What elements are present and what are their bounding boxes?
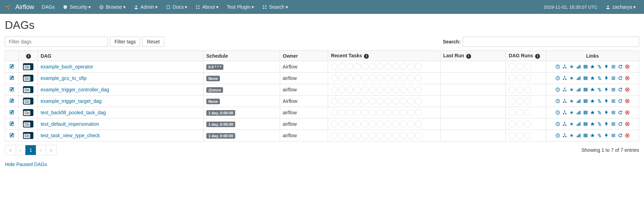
refresh-icon[interactable]: [618, 64, 623, 69]
trigger-dag-icon[interactable]: [555, 76, 560, 81]
filter-tags-button[interactable]: Filter tags: [110, 36, 140, 47]
trigger-dag-icon[interactable]: [555, 99, 560, 104]
code-icon[interactable]: [604, 87, 609, 92]
dag-link[interactable]: test_backfill_pooled_task_dag: [41, 110, 106, 115]
schedule-badge[interactable]: None: [206, 99, 220, 104]
nav-about[interactable]: About▾: [191, 0, 223, 14]
refresh-icon[interactable]: [618, 122, 623, 126]
task-duration-icon[interactable]: [576, 99, 581, 104]
col-owner[interactable]: Owner: [280, 51, 328, 61]
task-tries-icon[interactable]: [583, 133, 588, 138]
refresh-icon[interactable]: [618, 133, 623, 138]
nav-admin[interactable]: Admin▾: [130, 0, 162, 14]
code-icon[interactable]: [604, 76, 609, 81]
nav-search[interactable]: Search▾: [258, 0, 292, 14]
dag-toggle[interactable]: On: [23, 75, 33, 82]
trigger-dag-icon[interactable]: [555, 133, 560, 138]
logs-icon[interactable]: [611, 133, 616, 138]
task-tries-icon[interactable]: [583, 122, 588, 126]
refresh-icon[interactable]: [618, 87, 623, 92]
gantt-icon[interactable]: [597, 76, 602, 81]
landing-times-icon[interactable]: [590, 76, 595, 81]
delete-icon[interactable]: [625, 76, 630, 81]
task-tries-icon[interactable]: [583, 87, 588, 92]
schedule-badge[interactable]: 1 day, 0:00:00: [206, 133, 235, 139]
edit-icon[interactable]: [9, 64, 14, 70]
logs-icon[interactable]: [611, 87, 616, 92]
gantt-icon[interactable]: [597, 122, 602, 126]
page-last[interactable]: »: [46, 145, 56, 155]
trigger-dag-icon[interactable]: [555, 122, 560, 126]
tree-view-icon[interactable]: [562, 133, 567, 138]
search-input[interactable]: [463, 36, 639, 47]
graph-view-icon[interactable]: [569, 64, 574, 69]
edit-icon[interactable]: [9, 122, 14, 127]
delete-icon[interactable]: [625, 133, 630, 138]
filter-dags-input[interactable]: [5, 36, 108, 47]
delete-icon[interactable]: [625, 99, 630, 104]
logs-icon[interactable]: [611, 99, 616, 104]
code-icon[interactable]: [604, 122, 609, 126]
logs-icon[interactable]: [611, 110, 616, 115]
dag-link[interactable]: example_trigger_controller_dag: [41, 87, 109, 92]
hide-paused-link[interactable]: Hide Paused DAGs: [5, 162, 47, 167]
trigger-dag-icon[interactable]: [555, 64, 560, 69]
graph-view-icon[interactable]: [569, 122, 574, 126]
graph-view-icon[interactable]: [569, 99, 574, 104]
task-duration-icon[interactable]: [576, 64, 581, 69]
edit-icon[interactable]: [9, 87, 14, 93]
graph-view-icon[interactable]: [569, 110, 574, 115]
edit-icon[interactable]: [9, 99, 14, 104]
task-duration-icon[interactable]: [576, 87, 581, 92]
dag-link[interactable]: test_task_view_type_check: [41, 133, 100, 138]
code-icon[interactable]: [604, 99, 609, 104]
graph-view-icon[interactable]: [569, 87, 574, 92]
refresh-icon[interactable]: [618, 110, 623, 115]
refresh-icon[interactable]: [618, 99, 623, 104]
nav-browse[interactable]: Browse▾: [95, 0, 130, 14]
delete-icon[interactable]: [625, 110, 630, 115]
logs-icon[interactable]: [611, 64, 616, 69]
task-duration-icon[interactable]: [576, 133, 581, 138]
dag-toggle[interactable]: On: [23, 98, 33, 105]
dag-toggle[interactable]: On: [23, 63, 33, 70]
dag-toggle[interactable]: On: [23, 86, 33, 93]
landing-times-icon[interactable]: [590, 87, 595, 92]
landing-times-icon[interactable]: [590, 122, 595, 126]
task-tries-icon[interactable]: [583, 110, 588, 115]
delete-icon[interactable]: [625, 122, 630, 126]
schedule-badge[interactable]: 1 day, 0:00:00: [206, 122, 235, 127]
dag-link[interactable]: test_default_impersonation: [41, 121, 99, 127]
col-dag[interactable]: DAG: [38, 51, 203, 61]
landing-times-icon[interactable]: [590, 99, 595, 104]
dag-toggle[interactable]: On: [23, 132, 33, 139]
schedule-badge[interactable]: 0 0 * * *: [206, 64, 223, 70]
delete-icon[interactable]: [625, 64, 630, 69]
tree-view-icon[interactable]: [562, 87, 567, 92]
logs-icon[interactable]: [611, 122, 616, 126]
code-icon[interactable]: [604, 64, 609, 69]
tree-view-icon[interactable]: [562, 122, 567, 126]
tree-view-icon[interactable]: [562, 76, 567, 81]
edit-icon[interactable]: [9, 76, 14, 81]
tree-view-icon[interactable]: [562, 64, 567, 69]
task-duration-icon[interactable]: [576, 110, 581, 115]
nav-user[interactable]: zacharya▾: [602, 0, 640, 14]
refresh-icon[interactable]: [618, 76, 623, 81]
task-tries-icon[interactable]: [583, 99, 588, 104]
nav-security[interactable]: Security▾: [59, 0, 95, 14]
dag-link[interactable]: example_trigger_target_dag: [41, 98, 102, 104]
col-last-run[interactable]: Last Run i: [440, 51, 506, 61]
landing-times-icon[interactable]: [590, 110, 595, 115]
dag-toggle[interactable]: On: [23, 121, 33, 127]
nav-docs[interactable]: Docs▾: [162, 0, 191, 14]
page-first[interactable]: «: [5, 145, 16, 155]
logs-icon[interactable]: [611, 76, 616, 81]
graph-view-icon[interactable]: [569, 76, 574, 81]
trigger-dag-icon[interactable]: [555, 110, 560, 115]
schedule-badge[interactable]: 1 day, 0:00:00: [206, 110, 235, 116]
tree-view-icon[interactable]: [562, 110, 567, 115]
edit-icon[interactable]: [9, 110, 14, 116]
reset-button[interactable]: Reset: [142, 36, 164, 47]
gantt-icon[interactable]: [597, 64, 602, 69]
